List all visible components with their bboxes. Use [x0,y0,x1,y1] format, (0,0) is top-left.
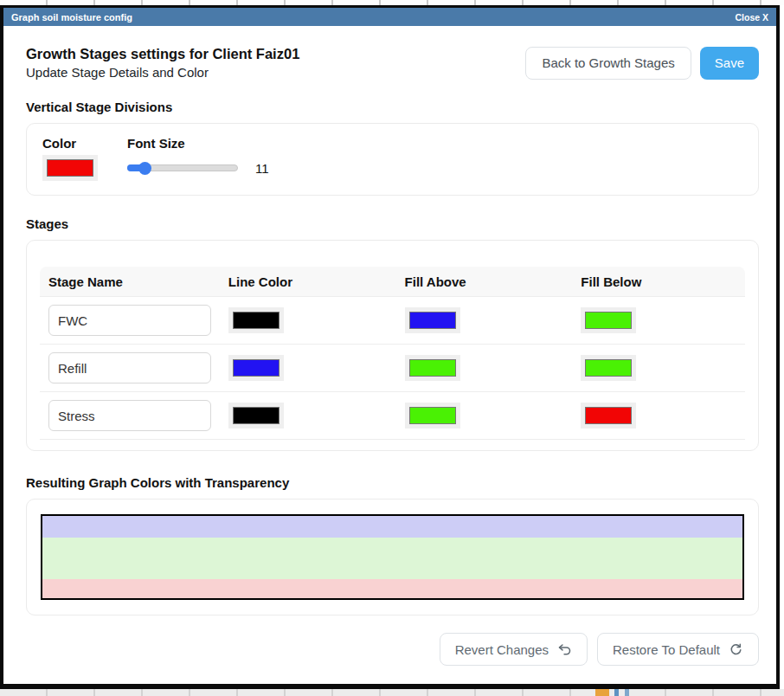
restore-to-default-button[interactable]: Restore To Default [597,633,759,666]
preview-band-above [42,516,742,538]
stages-heading: Stages [26,216,759,231]
color-label: Color [42,136,98,151]
back-to-growth-stages-button[interactable]: Back to Growth Stages [525,47,691,80]
background-artifact [595,689,609,696]
division-color-picker[interactable] [42,155,98,181]
revert-changes-button[interactable]: Revert Changes [440,633,588,666]
slider-thumb[interactable] [138,162,151,175]
line-color-swatch [233,359,280,377]
column-stage-name: Stage Name [40,274,220,289]
dialog-header: Growth Stages settings for Client Faiz01… [26,46,759,80]
undo-icon [557,642,572,657]
fill-above-picker[interactable] [405,403,460,429]
line-color-picker[interactable] [228,307,284,333]
font-size-control: 11 [127,155,269,181]
restore-default-label: Restore To Default [613,642,720,657]
line-color-swatch [233,312,280,329]
stage-name-input[interactable] [48,305,211,336]
column-fill-above: Fill Above [396,274,573,289]
soil-moisture-config-dialog: Graph soil moisture config Close X Growt… [0,5,780,689]
font-size-slider[interactable] [127,164,238,171]
page-subtitle: Update Stage Details and Color [26,65,299,80]
line-color-picker[interactable] [228,403,284,429]
fill-below-picker[interactable] [581,403,636,429]
fill-below-swatch [585,359,632,377]
fill-above-swatch [409,407,456,424]
page-title: Growth Stages settings for Client Faiz01 [26,46,299,62]
dialog-titlebar: Graph soil moisture config Close X [3,8,776,26]
background-artifact [625,689,629,696]
preview-band-below [42,579,742,598]
preview-heading: Resulting Graph Colors with Transparency [26,475,759,490]
header-text: Growth Stages settings for Client Faiz01… [26,46,299,80]
refresh-icon [729,642,743,657]
line-color-picker[interactable] [228,355,284,381]
stages-card: Stage Name Line Color Fill Above Fill Be… [26,240,759,451]
table-row-refill [40,345,745,392]
transparency-preview [41,514,744,600]
fill-below-picker[interactable] [581,307,636,333]
dialog-content: Growth Stages settings for Client Faiz01… [3,46,776,666]
fill-above-swatch [409,312,456,329]
stage-name-input[interactable] [48,352,211,383]
background-artifact [614,689,619,696]
fill-below-picker[interactable] [581,355,636,381]
fill-below-swatch [585,312,632,329]
header-actions: Back to Growth Stages Save [525,47,759,80]
close-button[interactable]: Close X [735,12,768,23]
stage-name-input[interactable] [48,400,211,431]
line-color-swatch [233,407,280,424]
revert-changes-label: Revert Changes [455,642,549,657]
vertical-stage-divisions-card: Color Font Size 11 [26,123,759,196]
background-page-bottom-edge [0,689,784,696]
fill-below-swatch [585,407,632,424]
fill-above-picker[interactable] [405,355,460,381]
column-line-color: Line Color [220,274,396,289]
stages-table-header: Stage Name Line Color Fill Above Fill Be… [40,267,745,297]
font-size-value: 11 [255,161,269,176]
dialog-title: Graph soil moisture config [11,12,132,23]
column-fill-below: Fill Below [572,274,745,289]
fill-above-picker[interactable] [405,307,460,333]
preview-band-middle [42,538,742,579]
dialog-footer: Revert Changes Restore To Default [26,633,759,666]
table-row-stress [40,392,745,440]
division-color-swatch [47,159,93,177]
vertical-stage-divisions-heading: Vertical Stage Divisions [26,100,759,114]
screen: Graph soil moisture config Close X Growt… [0,0,784,696]
table-row-fwc [40,297,745,345]
font-size-field: Font Size 11 [127,136,269,183]
font-size-label: Font Size [127,136,269,151]
preview-card [26,499,759,615]
fill-above-swatch [409,359,456,377]
save-button[interactable]: Save [700,47,759,80]
division-color-field: Color [42,136,98,183]
